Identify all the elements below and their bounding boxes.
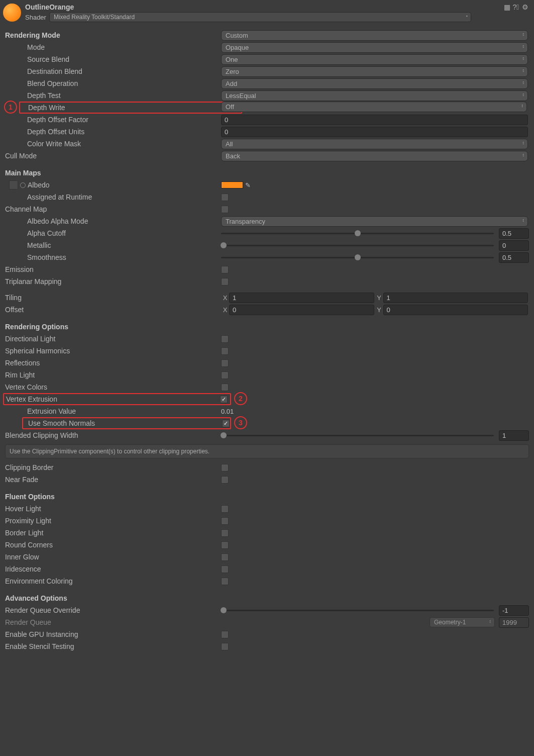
vertex-extrusion-checkbox[interactable]: ✓ — [220, 396, 228, 403]
depth-offset-factor-field[interactable]: 0 — [221, 115, 528, 125]
depth-write-label: Depth Write — [20, 104, 222, 112]
tiling-y-field[interactable]: 1 — [383, 293, 528, 303]
emission-checkbox[interactable] — [221, 266, 229, 273]
offset-x-field[interactable]: 0 — [229, 305, 374, 315]
channel-map-checkbox[interactable] — [221, 206, 229, 213]
near-fade-label: Near Fade — [5, 476, 221, 484]
gpu-instancing-checkbox[interactable] — [221, 631, 229, 638]
round-corners-checkbox[interactable] — [221, 541, 229, 549]
rq-override-slider[interactable] — [221, 610, 494, 611]
extrusion-value-field[interactable]: 0.01 — [221, 408, 234, 415]
advanced-options-title: Advanced Options — [5, 594, 529, 602]
blended-clipping-label: Blended Clipping Width — [5, 431, 221, 439]
rq-override-value[interactable]: -1 — [499, 605, 529, 616]
albedo-color-swatch[interactable] — [221, 181, 243, 188]
alpha-cutoff-value[interactable]: 0.5 — [499, 228, 529, 239]
x-label: X — [221, 306, 229, 314]
albedo-radio[interactable] — [20, 182, 26, 188]
main-maps-title: Main Maps — [5, 169, 529, 177]
source-blend-label: Source Blend — [5, 55, 221, 63]
rq-override-label: Render Queue Override — [5, 606, 221, 614]
settings-icon[interactable]: ⚙ — [521, 3, 529, 11]
triplanar-checkbox[interactable] — [221, 278, 229, 286]
annotation-3: 3 — [234, 416, 247, 429]
shader-dropdown[interactable]: Mixed Reality Toolkit/Standard — [49, 12, 471, 22]
proximity-light-label: Proximity Light — [5, 517, 221, 525]
clipping-border-checkbox[interactable] — [221, 464, 229, 471]
iridescence-label: Iridescence — [5, 565, 221, 573]
fluent-options-title: Fluent Options — [5, 493, 529, 501]
eyedropper-icon[interactable]: ✎ — [245, 181, 251, 189]
inspector-panel: OutlineOrange Shader Mixed Reality Toolk… — [0, 0, 534, 657]
metallic-label: Metallic — [5, 241, 221, 249]
y-label: Y — [375, 306, 383, 314]
clipping-note: Use the ClippingPrimitive component(s) t… — [5, 444, 529, 458]
metallic-value[interactable]: 0 — [499, 240, 529, 251]
render-queue-dropdown[interactable]: Geometry-1 — [430, 617, 495, 627]
smoothness-label: Smoothness — [5, 253, 221, 261]
blended-clipping-value[interactable]: 1 — [499, 430, 529, 441]
annotation-1: 1 — [4, 101, 17, 114]
preset-icon[interactable]: ▦ — [503, 3, 511, 11]
depth-offset-factor-label: Depth Offset Factor — [5, 116, 221, 124]
alpha-cutoff-slider[interactable] — [221, 233, 494, 234]
blended-clipping-slider[interactable] — [221, 435, 494, 436]
reflections-checkbox[interactable] — [221, 359, 229, 367]
env-coloring-checkbox[interactable] — [221, 578, 229, 585]
material-name: OutlineOrange — [25, 3, 471, 11]
assigned-runtime-checkbox[interactable] — [221, 194, 229, 201]
tiling-label: Tiling — [5, 294, 221, 302]
spherical-harmonics-checkbox[interactable] — [221, 347, 229, 355]
rendering-mode-dropdown[interactable]: Custom — [221, 30, 528, 41]
blend-op-dropdown[interactable]: Add — [221, 78, 528, 89]
help-icon[interactable]: ?⃣ — [512, 3, 520, 11]
hover-light-checkbox[interactable] — [221, 505, 229, 513]
shader-label: Shader — [25, 14, 46, 21]
albedo-alpha-label: Albedo Alpha Mode — [5, 217, 221, 225]
albedo-alpha-dropdown[interactable]: Transparency — [221, 216, 528, 227]
mode-dropdown[interactable]: Opaque — [221, 42, 528, 53]
dest-blend-label: Destination Blend — [5, 67, 221, 75]
source-blend-dropdown[interactable]: One — [221, 54, 528, 65]
material-preview-sphere[interactable] — [3, 4, 21, 22]
stencil-testing-checkbox[interactable] — [221, 643, 229, 650]
color-write-mask-dropdown[interactable]: All — [221, 139, 528, 149]
albedo-texture-slot[interactable] — [9, 180, 18, 190]
extrusion-value-label: Extrusion Value — [5, 407, 221, 415]
tiling-x-field[interactable]: 1 — [229, 293, 374, 303]
dest-blend-dropdown[interactable]: Zero — [221, 66, 528, 77]
depth-test-dropdown[interactable]: LessEqual — [221, 90, 528, 101]
offset-y-field[interactable]: 0 — [383, 305, 528, 315]
assigned-runtime-label: Assigned at Runtime — [5, 193, 221, 201]
cull-mode-dropdown[interactable]: Back — [221, 151, 528, 161]
inner-glow-label: Inner Glow — [5, 553, 221, 561]
albedo-label: Albedo — [28, 181, 50, 189]
smooth-normals-checkbox[interactable]: ✓ — [222, 420, 230, 427]
vertex-colors-checkbox[interactable] — [221, 384, 229, 391]
near-fade-checkbox[interactable] — [221, 476, 229, 484]
smoothness-value[interactable]: 0.5 — [499, 252, 529, 263]
depth-offset-units-label: Depth Offset Units — [5, 128, 221, 136]
clipping-border-label: Clipping Border — [5, 463, 221, 471]
hover-light-label: Hover Light — [5, 505, 221, 513]
iridescence-checkbox[interactable] — [221, 565, 229, 573]
border-light-label: Border Light — [5, 529, 221, 537]
depth-offset-units-field[interactable]: 0 — [221, 127, 528, 137]
smoothness-slider[interactable] — [221, 257, 494, 258]
directional-light-checkbox[interactable] — [221, 335, 229, 343]
depth-write-dropdown[interactable]: Off — [221, 102, 527, 112]
cull-mode-label: Cull Mode — [5, 152, 221, 160]
reflections-label: Reflections — [5, 359, 221, 367]
inner-glow-checkbox[interactable] — [221, 553, 229, 561]
emission-label: Emission — [5, 265, 221, 273]
y-label: Y — [375, 294, 383, 302]
offset-label: Offset — [5, 306, 221, 314]
metallic-slider[interactable] — [221, 245, 494, 246]
gpu-instancing-label: Enable GPU Instancing — [5, 630, 221, 638]
stencil-testing-label: Enable Stencil Testing — [5, 642, 221, 650]
proximity-light-checkbox[interactable] — [221, 517, 229, 525]
rim-light-checkbox[interactable] — [221, 371, 229, 379]
mode-label: Mode — [5, 43, 221, 51]
border-light-checkbox[interactable] — [221, 529, 229, 537]
rendering-options-title: Rendering Options — [5, 323, 529, 331]
